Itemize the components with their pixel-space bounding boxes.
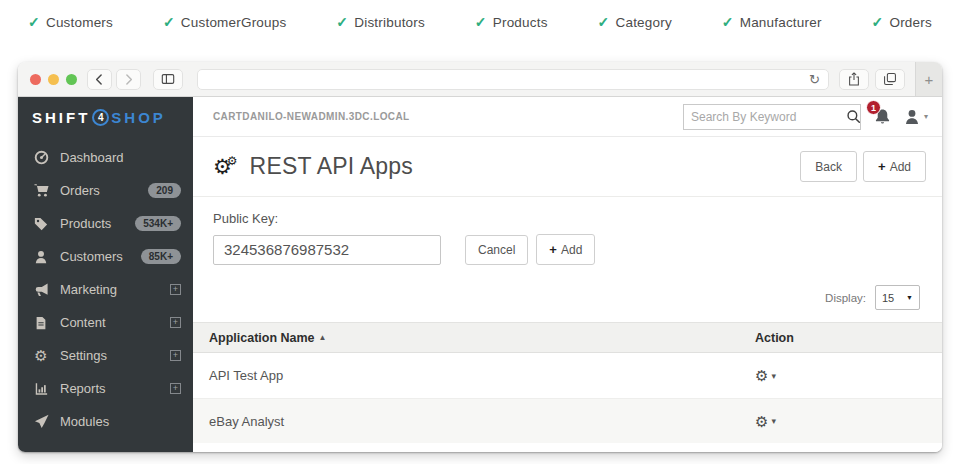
sidebar-item-label: Dashboard [60, 150, 181, 165]
sidebar: SHIFT 4 SHOP Dashboard Orders 209 [18, 97, 193, 452]
gear-icon: ⚙ [33, 348, 49, 363]
search-box [683, 104, 861, 130]
public-key-row: Cancel + Add [213, 234, 922, 265]
search-icon[interactable] [846, 109, 861, 124]
search-input[interactable] [691, 110, 846, 124]
dashboard-icon [33, 150, 49, 165]
integration-status-bar: ✓ Customers ✓ CustomerGroups ✓ Distribut… [0, 0, 960, 44]
caret-down-icon: ▼ [906, 294, 913, 301]
sidebar-item-products[interactable]: Products 534K+ [18, 207, 193, 240]
browser-forward-button[interactable] [116, 69, 141, 90]
screenshot-root: ✓ Customers ✓ CustomerGroups ✓ Distribut… [0, 0, 960, 464]
browser-chrome: ↻ + [18, 62, 942, 97]
integration-label: CustomerGroups [181, 15, 287, 30]
sidebar-item-dashboard[interactable]: Dashboard [18, 141, 193, 174]
display-control: Display: 15 ▼ [193, 265, 942, 322]
sidebar-item-modules[interactable]: Modules [18, 405, 193, 438]
sidebar-item-customers[interactable]: Customers 85K+ [18, 240, 193, 273]
address-bar[interactable]: ↻ [197, 69, 829, 90]
expand-icon[interactable]: + [170, 350, 181, 361]
rocket-icon [33, 414, 49, 429]
customers-count-badge: 85K+ [141, 249, 181, 264]
sidebar-toggle-button[interactable] [153, 69, 183, 90]
browser-back-button[interactable] [87, 69, 112, 90]
table-row: API Test App ⚙ ▾ [193, 353, 942, 398]
sidebar-item-marketing[interactable]: Marketing + [18, 273, 193, 306]
notifications-button[interactable]: 1 [874, 108, 891, 125]
traffic-lights [30, 74, 77, 85]
expand-icon[interactable]: + [170, 284, 181, 295]
chevron-down-icon: ▾ [924, 112, 928, 121]
sidebar-item-label: Products [60, 216, 124, 231]
check-icon: ✓ [163, 14, 175, 30]
sort-asc-icon: ▲ [319, 333, 327, 342]
page-title-group: ⚙⚙ REST API Apps [213, 153, 413, 180]
add-button[interactable]: + Add [863, 151, 926, 182]
integration-item-customergroups: ✓ CustomerGroups [163, 14, 287, 30]
store-name: CARTDANILO-NEWADMIN.3DC.LOCAL [213, 111, 410, 122]
public-key-form: Public Key: Cancel + Add [193, 197, 942, 265]
sidebar-item-settings[interactable]: ⚙ Settings + [18, 339, 193, 372]
sidebar-item-label: Marketing [60, 282, 159, 297]
sidebar-nav: Dashboard Orders 209 Products 534K+ [18, 137, 193, 438]
app-name-cell: API Test App [209, 368, 755, 383]
page-header-buttons: Back + Add [800, 151, 926, 182]
close-window-button[interactable] [30, 74, 41, 85]
integration-item-category: ✓ Category [598, 14, 672, 30]
topbar-actions: 1 ▾ [683, 104, 928, 130]
megaphone-icon [33, 282, 49, 297]
reload-icon[interactable]: ↻ [809, 73, 820, 86]
chevron-right-icon [122, 73, 135, 86]
apps-table: Application Name ▲ Action API Test App ⚙… [193, 322, 942, 443]
expand-icon[interactable]: + [170, 383, 181, 394]
display-select[interactable]: 15 ▼ [875, 285, 920, 310]
browser-window: ↻ + SHIFT 4 SHOP [18, 62, 942, 452]
zoom-window-button[interactable] [66, 74, 77, 85]
gear-icon: ⚙ [755, 414, 768, 429]
admin-app: SHIFT 4 SHOP Dashboard Orders 209 [18, 97, 942, 452]
row-action-menu[interactable]: ⚙ ▾ [755, 414, 942, 429]
caret-down-icon: ▾ [771, 371, 776, 381]
check-icon: ✓ [872, 14, 884, 30]
integration-item-manufacturer: ✓ Manufacturer [722, 14, 822, 30]
person-icon [904, 109, 920, 125]
sidebar-item-content[interactable]: Content + [18, 306, 193, 339]
new-tab-button[interactable]: + [915, 62, 942, 96]
sidebar-item-reports[interactable]: Reports + [18, 372, 193, 405]
integration-item-distributors: ✓ Distributors [336, 14, 425, 30]
tabs-overview-button[interactable] [875, 69, 905, 90]
check-icon: ✓ [28, 14, 40, 30]
check-icon: ✓ [336, 14, 348, 30]
column-header-action: Action [755, 331, 942, 345]
sidebar-item-label: Modules [60, 414, 181, 429]
form-add-button[interactable]: + Add [536, 234, 595, 265]
integration-label: Category [615, 15, 671, 30]
caret-down-icon: ▾ [771, 416, 776, 426]
user-menu-button[interactable]: ▾ [904, 109, 928, 125]
minimize-window-button[interactable] [48, 74, 59, 85]
cart-icon [33, 183, 49, 198]
cancel-button[interactable]: Cancel [465, 235, 528, 265]
integration-label: Customers [46, 15, 113, 30]
column-header-application-name[interactable]: Application Name ▲ [209, 331, 755, 345]
app-name-cell: eBay Analyst [209, 414, 755, 429]
share-button[interactable] [839, 69, 869, 90]
plus-icon: + [925, 71, 934, 88]
back-button[interactable]: Back [800, 151, 857, 182]
row-action-menu[interactable]: ⚙ ▾ [755, 368, 942, 383]
public-key-input[interactable] [213, 235, 441, 265]
main-content: CARTDANILO-NEWADMIN.3DC.LOCAL 1 ▾ [193, 97, 942, 452]
integration-item-customers: ✓ Customers [28, 14, 113, 30]
check-icon: ✓ [475, 14, 487, 30]
shift4shop-logo: SHIFT 4 SHOP [18, 97, 193, 137]
gears-icon: ⚙⚙ [213, 154, 238, 179]
expand-icon[interactable]: + [170, 317, 181, 328]
sidebar-item-orders[interactable]: Orders 209 [18, 174, 193, 207]
public-key-label: Public Key: [213, 211, 922, 226]
sidebar-item-label: Orders [60, 183, 137, 198]
integration-label: Products [493, 15, 548, 30]
page-header: ⚙⚙ REST API Apps Back + Add [193, 137, 942, 197]
sidebar-item-label: Content [60, 315, 159, 330]
admin-topbar: CARTDANILO-NEWADMIN.3DC.LOCAL 1 ▾ [193, 97, 942, 137]
tag-icon [33, 217, 49, 231]
